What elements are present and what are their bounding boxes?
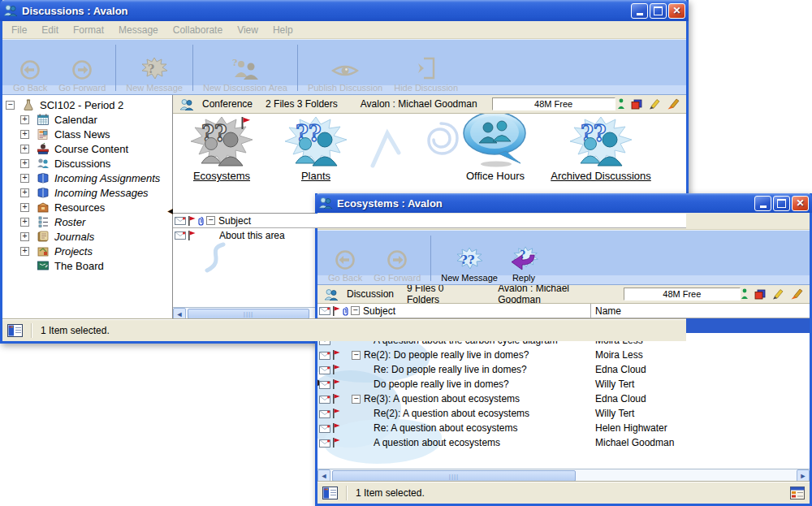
menu-file[interactable]: File [4,24,34,36]
titlebar[interactable]: Ecosystems : Avalon ✕ [315,193,812,213]
message-list-header[interactable]: − Subject Name [317,304,810,318]
tree-expand-box[interactable]: + [20,218,29,227]
discussion-info-bar: Discussion 9 Files 0 Folders Avalon : Mi… [317,285,810,304]
minimize-button[interactable] [754,196,771,211]
toolbar-publish-discussion[interactable]: Publish Discussion [302,48,388,93]
message-row[interactable]: − Re(3): A question about ecosystems Edn… [317,391,810,406]
scrollbar-thumb[interactable] [188,309,309,319]
tree-expand-box[interactable]: + [20,188,29,197]
maximize-button[interactable] [773,196,790,211]
close-button[interactable]: ✕ [792,196,809,211]
new-message-color-icon: ?? [456,247,483,270]
tree-expand-box[interactable]: + [20,174,29,183]
tree-item-course-content[interactable]: + Course Content [2,141,172,156]
app-icon[interactable] [318,196,333,211]
toolbar-hide-discussion[interactable]: Hide Discussion [388,48,464,93]
app-icon[interactable] [3,3,18,19]
message-row[interactable]: Do people really live in domes? Willy Te… [317,377,810,391]
menu-format[interactable]: Format [66,24,111,36]
tree-expand-box[interactable]: + [20,247,29,256]
flag-icon [188,231,196,240]
discussion-teal-icon: ?? [568,115,633,169]
thread-collapse-box[interactable]: − [352,395,361,404]
tree-item-incoming-assignments[interactable]: + Incoming Assignments [2,171,172,185]
icon-plants[interactable]: ?? Plants [275,117,356,182]
tree-item-class-news[interactable]: + Class News [2,127,172,141]
view-properties-icon[interactable] [631,99,642,110]
toolbar-go-back[interactable]: Go Back [7,48,53,93]
toolbar-go-forward[interactable]: Go Forward [368,238,426,283]
message-subject: Re(2): Do people really live in domes? [364,349,529,361]
new-discussion-area-icon: ? [231,56,259,80]
message-row[interactable]: About this area [173,228,686,242]
subject-list-header[interactable]: − Subject [173,214,686,228]
tree-item-roster[interactable]: + Roster [2,214,172,229]
svg-text:?: ? [148,63,154,76]
message-row[interactable]: Re(2): A question about ecosystems Willy… [317,406,810,421]
tree-item-incoming-messages[interactable]: + Incoming Messages [2,185,172,200]
toolbar-new-discussion-area[interactable]: ? New Discussion Area [197,48,293,93]
message-row[interactable]: Re: Do people really live in domes? Edna… [317,362,810,377]
titlebar[interactable]: Discussions : Avalon ✕ [0,0,689,21]
scrollbar-thumb[interactable] [332,470,576,482]
view-options-icon[interactable] [790,487,805,500]
sign-icon[interactable] [666,98,680,110]
window-title: Ecosystems : Avalon [337,197,443,210]
maximize-button[interactable] [650,3,667,19]
close-button[interactable]: ✕ [668,3,685,19]
edit-icon[interactable] [648,98,660,110]
tree-expand-box[interactable]: + [20,145,29,154]
horizontal-scrollbar[interactable]: ◄ ► [317,469,810,482]
thread-collapse-box[interactable]: − [352,351,361,360]
tree-expand-box[interactable]: − [6,101,15,110]
message-author: Willy Tert [595,408,634,419]
sign-icon[interactable] [789,288,803,300]
menu-edit[interactable]: Edit [34,24,66,36]
tree-item-journals[interactable]: + Journals [2,229,172,244]
tree-expand-box[interactable]: + [20,130,29,139]
icon-office-hours[interactable]: Office Hours [447,117,544,182]
toolbar-new-message[interactable]: ?? New Message [435,238,503,283]
view-properties-icon[interactable] [754,289,766,300]
icon-ecosystems[interactable]: ?? Ecosystems [179,117,264,182]
flag-icon [332,394,340,404]
tree-item-sci102-period-2[interactable]: − SCI102 - Period 2 [2,97,172,112]
split-view-toggle-icon[interactable] [322,487,338,500]
tree-expand-box[interactable]: + [20,115,29,124]
collapse-all-box[interactable]: − [206,216,215,225]
project-icon [37,244,50,257]
toolbar-reply[interactable]: ? Reply [503,238,544,283]
collapse-all-box[interactable]: − [351,306,360,315]
tree-item-the-board[interactable]: The Board [2,258,172,273]
toolbar-go-back[interactable]: Go Back [322,238,368,283]
tree-item-projects[interactable]: + Projects [2,244,172,258]
scroll-left-button[interactable]: ◄ [317,469,330,482]
message-subject: Re(2): A question about ecosystems [364,408,529,419]
edit-icon[interactable] [771,288,784,300]
split-view-toggle-icon[interactable] [7,324,23,337]
tree-expand-box[interactable]: + [20,203,29,212]
who-is-online-icon[interactable] [741,288,749,300]
message-subject: Re: Do people really live in domes? [364,364,527,375]
scroll-right-button[interactable]: ► [797,469,810,482]
menu-help[interactable]: Help [266,24,300,36]
message-row[interactable]: − Re(2): Do people really live in domes?… [317,348,810,362]
minimize-button[interactable] [631,3,648,19]
tree-item-discussions[interactable]: + Discussions [2,156,172,171]
tree-expand-box[interactable]: + [20,159,29,168]
tree-expand-box[interactable]: + [20,232,29,241]
column-divider[interactable] [590,304,591,318]
message-row[interactable]: Re: A question about ecosystems Helen Hi… [317,421,810,435]
message-row[interactable]: A question about ecosystems Michael Good… [317,435,810,450]
who-is-online-icon[interactable] [617,98,625,110]
scroll-left-button[interactable]: ◄ [173,308,186,320]
menu-message[interactable]: Message [111,24,166,36]
toolbar-button-label: Reply [512,273,535,283]
toolbar-go-forward[interactable]: Go Forward [53,48,111,93]
menu-view[interactable]: View [230,24,266,36]
icon-archived-discussions[interactable]: ?? Archived Discussions [540,117,662,182]
tree-item-resources[interactable]: + Resources [2,200,172,214]
menu-collaborate[interactable]: Collaborate [166,24,230,36]
tree-item-calendar[interactable]: + Calendar [2,112,172,127]
toolbar-new-message[interactable]: ? New Message [120,48,188,93]
